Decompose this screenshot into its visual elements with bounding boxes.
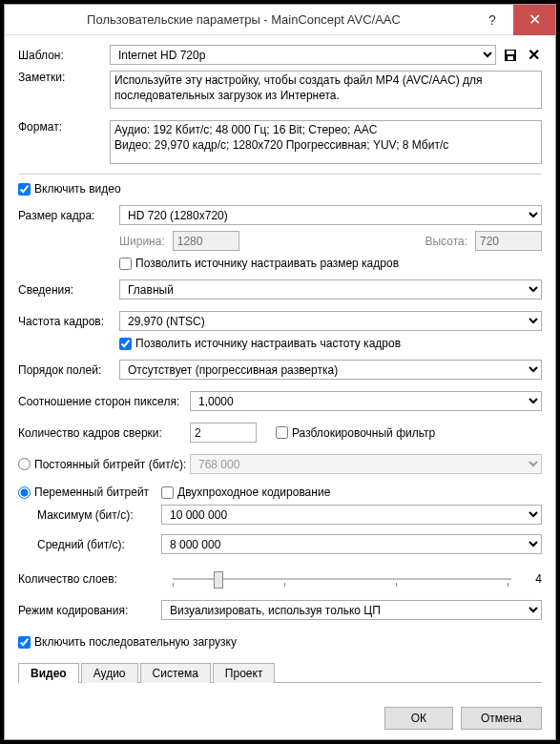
max-label: Максимум (бит/с): (37, 508, 161, 522)
format-textarea: Аудио: 192 Кбит/с; 48 000 Гц; 16 Bit; Ст… (110, 120, 542, 164)
encmode-select[interactable]: Визуализировать, используя только ЦП (161, 600, 542, 620)
tab-system[interactable]: Система (140, 663, 211, 683)
svg-rect-2 (508, 56, 513, 60)
fieldorder-select[interactable]: Отсутствует (прогрессивная развертка) (119, 360, 542, 380)
pixel-aspect-label: Соотношение сторон пикселя: (18, 395, 190, 408)
close-button[interactable]: ✕ (513, 5, 555, 35)
tab-video[interactable]: Видео (18, 663, 79, 683)
footer: ОК Отмена (5, 697, 555, 739)
template-label: Шаблон: (18, 49, 110, 62)
max-select[interactable]: 10 000 000 (161, 505, 542, 525)
width-label: Ширина: (119, 235, 165, 248)
height-label: Высота: (425, 235, 467, 248)
profile-label: Сведения: (18, 283, 119, 297)
format-label: Формат: (18, 120, 110, 134)
reframes-input[interactable] (190, 423, 257, 443)
template-select[interactable]: Internet HD 720p (110, 45, 496, 65)
progressive-dl-checkbox[interactable]: Включить последовательную загрузку (18, 635, 542, 649)
save-icon[interactable] (502, 47, 519, 64)
tab-bar: Видео Аудио Система Проект (18, 662, 542, 683)
reframes-label: Количество кадров сверки: (18, 426, 190, 440)
avg-select[interactable]: 8 000 000 (161, 534, 542, 554)
tab-project[interactable]: Проект (213, 663, 276, 683)
svg-rect-1 (507, 51, 514, 54)
help-button[interactable]: ? (471, 5, 513, 35)
frame-size-label: Размер кадра: (18, 209, 119, 222)
delete-icon[interactable]: ✕ (525, 47, 542, 64)
notes-label: Заметки: (18, 71, 110, 84)
frame-size-select[interactable]: HD 720 (1280x720) (119, 205, 542, 225)
avg-label: Средний (бит/с): (37, 538, 161, 551)
cbr-select: 768 000 (190, 454, 542, 474)
tab-audio[interactable]: Аудио (81, 663, 138, 683)
profile-select[interactable]: Главный (119, 279, 542, 300)
deblock-checkbox[interactable]: Разблокировочный фильтр (276, 426, 435, 440)
fieldorder-label: Порядок полей: (18, 363, 119, 377)
twopass-checkbox[interactable]: Двухпроходное кодирование (161, 486, 330, 499)
pixel-aspect-select[interactable]: 1,0000 (190, 391, 542, 411)
allow-source-rate-checkbox[interactable]: Позволить источнику настраивать частоту … (119, 337, 542, 350)
framerate-label: Частота кадров: (18, 315, 119, 328)
width-input (173, 231, 239, 251)
include-video-checkbox[interactable]: Включить видео (18, 182, 542, 196)
window-title: Пользовательские параметры - MainConcept… (16, 12, 471, 27)
cbr-radio[interactable]: Постоянный битрейт (бит/с): (18, 458, 190, 471)
titlebar: Пользовательские параметры - MainConcept… (5, 5, 555, 35)
slices-slider[interactable] (173, 569, 511, 589)
slices-value: 4 (523, 572, 542, 586)
slices-label: Количество слоев: (18, 572, 161, 586)
height-input (475, 231, 542, 251)
vbr-radio[interactable]: Переменный битрейт (18, 486, 161, 499)
ok-button[interactable]: ОК (384, 707, 453, 730)
dialog-body: Шаблон: Internet HD 720p ✕ Заметки: Испо… (5, 35, 555, 697)
cancel-button[interactable]: Отмена (461, 707, 542, 730)
notes-textarea[interactable]: Используйте эту настройку, чтобы создать… (110, 71, 542, 109)
encmode-label: Режим кодирования: (18, 604, 161, 617)
allow-source-frame-checkbox[interactable]: Позволить источнику настраивать размер к… (119, 257, 542, 270)
dialog-window: Пользовательские параметры - MainConcept… (4, 4, 556, 740)
framerate-select[interactable]: 29,970 (NTSC) (119, 311, 542, 331)
